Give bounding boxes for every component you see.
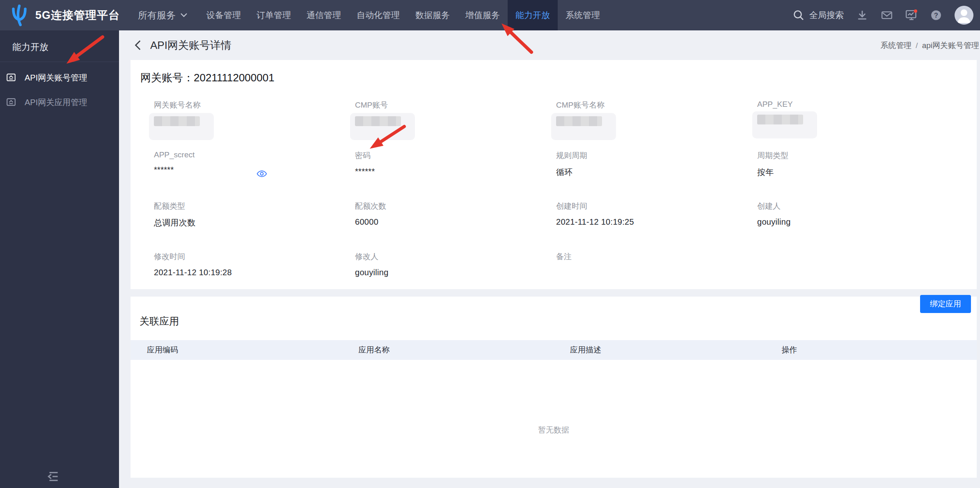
- back-icon[interactable]: [133, 39, 144, 51]
- field-value: 总调用次数: [154, 217, 355, 228]
- field-label: 创建人: [757, 201, 958, 212]
- field-value: 60000: [355, 217, 556, 227]
- detail-fields-grid: 网关账号名称CMP账号CMP账号名称APP_KEYAPP_screct*****…: [154, 100, 977, 302]
- main-nav: 设备管理订单管理通信管理自动化管理数据服务增值服务能力开放系统管理: [199, 0, 608, 30]
- platform-logo-icon: [10, 3, 29, 27]
- field-label: 修改时间: [154, 251, 355, 262]
- eye-icon[interactable]: [256, 168, 267, 179]
- top-navbar: 5G连接管理平台 所有服务 设备管理订单管理通信管理自动化管理数据服务增值服务能…: [0, 0, 980, 30]
- nav-item-4[interactable]: 数据服务: [408, 0, 458, 30]
- field-label: 周期类型: [757, 150, 958, 161]
- field-value: gouyiling: [757, 217, 958, 227]
- redacted-value: [556, 116, 602, 126]
- field-3: APP_KEY: [757, 100, 958, 150]
- table-column-2: 应用描述: [554, 345, 765, 355]
- user-avatar[interactable]: [955, 6, 973, 25]
- field-11: 创建人gouyiling: [757, 201, 958, 251]
- brand: 5G连接管理平台: [0, 3, 120, 27]
- field-0: 网关账号名称: [154, 100, 355, 150]
- field-12: 修改时间2021-11-12 10:19:28: [154, 251, 355, 302]
- nav-item-7[interactable]: 系统管理: [558, 0, 608, 30]
- field-5: 密码******: [355, 150, 556, 201]
- field-value: 2021-11-12 10:19:28: [154, 268, 355, 278]
- monitor-icon[interactable]: [905, 9, 918, 21]
- field-14: 备注: [556, 251, 757, 302]
- svg-text:?: ?: [934, 12, 938, 19]
- sidebar-collapse-icon[interactable]: [46, 470, 61, 483]
- field-label: 创建时间: [556, 201, 757, 212]
- breadcrumb-item-1[interactable]: api网关账号管理: [922, 41, 979, 50]
- gateway-account-title: 网关账号：20211112000001: [131, 60, 977, 85]
- gateway-account-detail-card: 网关账号：20211112000001 网关账号名称CMP账号CMP账号名称AP…: [131, 60, 977, 289]
- sidebar-item-1[interactable]: API网关应用管理: [0, 90, 119, 115]
- nav-item-5[interactable]: 增值服务: [458, 0, 508, 30]
- nav-item-3[interactable]: 自动化管理: [349, 0, 408, 30]
- related-apps-card: 关联应用 绑定应用 应用编码应用名称应用描述操作 暂无数据: [131, 297, 977, 478]
- platform-title: 5G连接管理平台: [35, 8, 120, 23]
- breadcrumb-item-0[interactable]: 系统管理: [880, 41, 911, 50]
- page-title: API网关账号详情: [150, 38, 231, 53]
- field-value: 循环: [556, 167, 757, 178]
- sidebar-item-label: API网关账号管理: [25, 72, 87, 83]
- field-label: 规则周期: [556, 150, 757, 161]
- field-4: APP_screct******: [154, 150, 355, 201]
- sidebar-item-label: API网关应用管理: [25, 97, 87, 108]
- field-value: ******: [355, 167, 556, 177]
- field-label: APP_KEY: [757, 100, 958, 109]
- bind-app-button[interactable]: 绑定应用: [920, 295, 971, 313]
- page-header: API网关账号详情 系统管理/api网关账号管理: [119, 30, 980, 60]
- field-value: gouyiling: [355, 268, 556, 278]
- nav-item-1[interactable]: 订单管理: [249, 0, 299, 30]
- field-label: 网关账号名称: [154, 100, 355, 110]
- field-value: 2021-11-12 10:19:25: [556, 217, 757, 227]
- sidebar: 能力开放 API网关账号管理API网关应用管理: [0, 30, 119, 488]
- redacted-value: [154, 116, 200, 126]
- field-value: 按年: [757, 167, 958, 178]
- field-label: 备注: [556, 251, 757, 262]
- all-services-menu[interactable]: 所有服务: [138, 9, 188, 22]
- clipboard-icon: [6, 72, 16, 83]
- field-10: 创建时间2021-11-12 10:19:25: [556, 201, 757, 251]
- field-label: 配额次数: [355, 201, 556, 212]
- global-search[interactable]: 全局搜索: [793, 9, 844, 21]
- navbar-right: 全局搜索 ?: [793, 6, 980, 25]
- field-7: 周期类型按年: [757, 150, 958, 201]
- field-1: CMP账号: [355, 100, 556, 150]
- help-icon[interactable]: ?: [930, 9, 942, 21]
- table-column-3: 操作: [765, 345, 977, 355]
- field-6: 规则周期循环: [556, 150, 757, 201]
- related-apps-title: 关联应用: [140, 315, 179, 327]
- table-column-0: 应用编码: [131, 345, 342, 355]
- table-column-1: 应用名称: [342, 345, 554, 355]
- field-value: [556, 268, 757, 278]
- sidebar-title: 能力开放: [0, 30, 119, 62]
- sidebar-menu: API网关账号管理API网关应用管理: [0, 62, 119, 115]
- sidebar-item-0[interactable]: API网关账号管理: [0, 65, 119, 90]
- field-9: 配额次数60000: [355, 201, 556, 251]
- chevron-down-icon: [180, 12, 188, 18]
- field-13: 修改人gouyiling: [355, 251, 556, 302]
- gateway-account-id: 20211112000001: [194, 71, 275, 84]
- nav-item-0[interactable]: 设备管理: [199, 0, 249, 30]
- field-label: 密码: [355, 150, 556, 161]
- field-2: CMP账号名称: [556, 100, 757, 150]
- nav-item-6[interactable]: 能力开放: [508, 0, 558, 30]
- field-label: 配额类型: [154, 201, 355, 212]
- field-label: CMP账号: [355, 100, 556, 110]
- apps-table-header: 应用编码应用名称应用描述操作: [131, 340, 977, 360]
- notification-badge: [914, 9, 917, 13]
- field-8: 配额类型总调用次数: [154, 201, 355, 251]
- field-label: 修改人: [355, 251, 556, 262]
- nav-item-2[interactable]: 通信管理: [299, 0, 349, 30]
- redacted-value: [355, 116, 401, 126]
- breadcrumb[interactable]: 系统管理/api网关账号管理: [880, 40, 979, 51]
- mail-icon[interactable]: [881, 9, 893, 21]
- breadcrumb-separator: /: [916, 41, 918, 50]
- download-icon[interactable]: [856, 9, 868, 21]
- table-empty-text: 暂无数据: [131, 360, 977, 435]
- search-icon: [793, 9, 804, 21]
- clipboard-icon: [6, 97, 16, 108]
- field-value: ******: [154, 165, 355, 175]
- field-label: APP_screct: [154, 150, 355, 159]
- field-label: CMP账号名称: [556, 100, 757, 110]
